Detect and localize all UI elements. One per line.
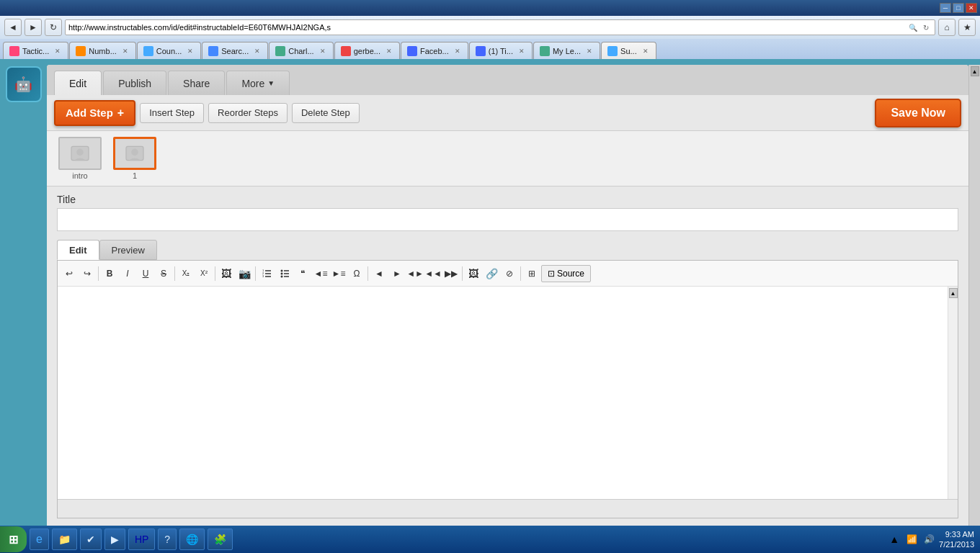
reorder-steps-button[interactable]: Reorder Steps bbox=[208, 103, 288, 123]
tab-favicon bbox=[407, 46, 417, 56]
step-intro[interactable]: intro bbox=[55, 137, 104, 180]
undo-button[interactable]: ↩ bbox=[61, 265, 78, 282]
tab-close[interactable]: ✕ bbox=[53, 47, 62, 55]
tab-faceb[interactable]: Faceb... ✕ bbox=[401, 42, 468, 59]
taskbar-hp[interactable]: HP bbox=[128, 529, 155, 550]
bold-button[interactable]: B bbox=[101, 265, 118, 282]
tab-su[interactable]: Su... ✕ bbox=[601, 42, 656, 59]
rte-btn-7[interactable]: ► bbox=[388, 265, 406, 282]
step-1[interactable]: 1 bbox=[110, 137, 159, 180]
rich-text-editor: ↩ ↪ B I U S X₂ X² 🖼 📷 bbox=[57, 260, 958, 518]
url-input[interactable] bbox=[68, 23, 907, 32]
tab-searc[interactable]: Searc... ✕ bbox=[202, 42, 268, 59]
subscript-button[interactable]: X₂ bbox=[177, 265, 195, 282]
tab-edit[interactable]: Edit bbox=[54, 71, 102, 95]
tab-more[interactable]: More ▼ bbox=[226, 71, 290, 95]
tab-close[interactable]: ✕ bbox=[253, 47, 262, 55]
tab-close[interactable]: ✕ bbox=[585, 47, 594, 55]
delete-step-button[interactable]: Delete Step bbox=[292, 103, 360, 123]
tab-close[interactable]: ✕ bbox=[453, 47, 462, 55]
camera-button[interactable]: 📷 bbox=[236, 265, 253, 282]
rte-btn-6[interactable]: ◄ bbox=[370, 265, 388, 282]
ie-icon: e bbox=[36, 533, 43, 546]
page-scrollbar[interactable]: ▲ bbox=[968, 65, 980, 526]
forward-button[interactable]: ► bbox=[24, 19, 42, 36]
tab-gerbe[interactable]: gerbe... ✕ bbox=[334, 42, 400, 59]
tab-close[interactable]: ✕ bbox=[121, 47, 130, 55]
tab-close[interactable]: ✕ bbox=[186, 47, 195, 55]
volume-icon[interactable]: 🔊 bbox=[922, 532, 936, 547]
rte-btn-9[interactable]: ◄◄ bbox=[424, 265, 442, 282]
tab-publish[interactable]: Publish bbox=[103, 71, 166, 95]
tab-myle[interactable]: My Le... ✕ bbox=[533, 42, 600, 59]
tab-close[interactable]: ✕ bbox=[641, 47, 650, 55]
ul-button[interactable] bbox=[276, 265, 293, 282]
scroll-up-button[interactable]: ▲ bbox=[949, 288, 958, 298]
tab-close[interactable]: ✕ bbox=[385, 47, 393, 55]
title-label: Title bbox=[57, 194, 958, 205]
check-icon: ✔ bbox=[86, 534, 95, 545]
rte-link-button[interactable]: 🔗 bbox=[483, 265, 500, 282]
rte-btn-10[interactable]: ▶▶ bbox=[442, 265, 460, 282]
outdent-button[interactable]: ◄≡ bbox=[312, 265, 329, 282]
maximize-button[interactable]: □ bbox=[953, 3, 964, 13]
underline-button[interactable]: U bbox=[137, 265, 154, 282]
minimize-button[interactable]: ─ bbox=[940, 3, 951, 13]
wifi-icon[interactable]: 📶 bbox=[904, 532, 919, 547]
taskbar-ie[interactable]: e bbox=[30, 529, 49, 550]
blockquote-button[interactable]: ❝ bbox=[294, 265, 311, 282]
add-step-button[interactable]: Add Step + bbox=[54, 100, 135, 126]
insert-step-button[interactable]: Insert Step bbox=[140, 103, 204, 123]
start-button[interactable]: ⊞ bbox=[0, 526, 27, 552]
tab-content-edit[interactable]: Edit bbox=[57, 240, 99, 260]
rte-unlink-button[interactable]: ⊘ bbox=[501, 265, 518, 282]
taskbar-media[interactable]: ▶ bbox=[104, 529, 125, 550]
rte-image2-button[interactable]: 🖼 bbox=[465, 265, 482, 282]
taskbar-support[interactable]: ? bbox=[158, 529, 177, 550]
taskbar-explorer[interactable]: 📁 bbox=[52, 529, 77, 550]
tab-numb[interactable]: Numb... ✕ bbox=[69, 42, 136, 59]
save-now-button[interactable]: Save Now bbox=[875, 99, 961, 127]
home-button[interactable]: ⌂ bbox=[938, 19, 956, 36]
superscript-button[interactable]: X² bbox=[195, 265, 213, 282]
close-button[interactable]: ✕ bbox=[966, 3, 977, 13]
tab-tactic[interactable]: Tactic... ✕ bbox=[3, 42, 68, 59]
strikethrough-button[interactable]: S bbox=[155, 265, 172, 282]
taskbar-check[interactable]: ✔ bbox=[80, 529, 102, 550]
rte-scrollbar[interactable]: ▲ bbox=[948, 287, 958, 499]
tab-share[interactable]: Share bbox=[168, 71, 225, 95]
address-bar[interactable]: 🔍 ↻ bbox=[65, 19, 935, 35]
page-scroll-up[interactable]: ▲ bbox=[971, 66, 979, 76]
redo-button[interactable]: ↪ bbox=[79, 265, 96, 282]
rte-btn-8[interactable]: ◄► bbox=[406, 265, 424, 282]
special-chars-button[interactable]: Ω bbox=[348, 265, 365, 282]
notify-icon[interactable]: ▲ bbox=[887, 532, 901, 547]
step-1-image[interactable] bbox=[113, 137, 156, 170]
rte-misc-button[interactable]: ⊞ bbox=[523, 265, 540, 282]
italic-button[interactable]: I bbox=[119, 265, 136, 282]
tab-content-preview[interactable]: Preview bbox=[99, 240, 157, 260]
ol-button[interactable]: 1 2 3 bbox=[258, 265, 275, 282]
indent-button[interactable]: ►≡ bbox=[330, 265, 347, 282]
image-button[interactable]: 🖼 bbox=[218, 265, 235, 282]
tab-close[interactable]: ✕ bbox=[517, 47, 526, 55]
tab-ti[interactable]: (1) Ti... ✕ bbox=[469, 42, 533, 59]
back-button[interactable]: ◄ bbox=[4, 19, 22, 36]
refresh-icon[interactable]: ↻ bbox=[920, 22, 932, 33]
editor-body[interactable] bbox=[58, 287, 948, 499]
tab-close[interactable]: ✕ bbox=[318, 47, 327, 55]
refresh-button[interactable]: ↻ bbox=[45, 19, 62, 36]
tab-label: My Le... bbox=[553, 47, 581, 55]
taskbar: ⊞ e 📁 ✔ ▶ HP ? 🌐 🧩 ▲ 📶 🔊 9:33 AM 7/21/20… bbox=[0, 526, 980, 553]
taskbar-puzzle[interactable]: 🧩 bbox=[208, 529, 233, 550]
editor-toolbar: Add Step + Insert Step Reorder Steps Del… bbox=[47, 95, 968, 131]
tab-coun[interactable]: Coun... ✕ bbox=[137, 42, 201, 59]
taskbar-network[interactable]: 🌐 bbox=[179, 529, 205, 550]
star-button[interactable]: ★ bbox=[958, 19, 976, 36]
rte-toolbar: ↩ ↪ B I U S X₂ X² 🖼 📷 bbox=[58, 261, 958, 287]
search-icon[interactable]: 🔍 bbox=[907, 22, 919, 33]
title-input[interactable] bbox=[57, 208, 958, 231]
source-button[interactable]: ⊡ Source bbox=[541, 265, 591, 282]
step-intro-image[interactable] bbox=[58, 137, 102, 170]
tab-charl[interactable]: Charl... ✕ bbox=[269, 42, 333, 59]
